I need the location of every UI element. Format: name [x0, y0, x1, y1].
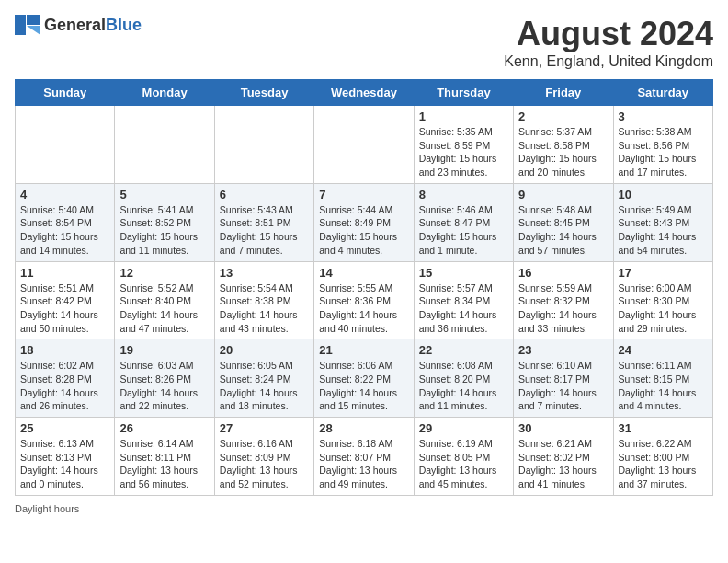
sunset: Sunset: 8:47 PM [419, 216, 508, 230]
table-row: 19 Sunrise: 6:03 AM Sunset: 8:26 PM Dayl… [115, 339, 214, 418]
sunset: Sunset: 8:52 PM [119, 216, 209, 230]
daylight: Daylight: 14 hours and 29 minutes. [619, 308, 708, 335]
day-number: 2 [518, 109, 608, 123]
day-number: 3 [619, 109, 708, 123]
table-row [16, 106, 115, 184]
day-info: Sunrise: 5:43 AM Sunset: 8:51 PM Dayligh… [220, 203, 309, 258]
day-info: Sunrise: 6:13 AM Sunset: 8:13 PM Dayligh… [20, 437, 109, 491]
daylight: Daylight: 15 hours and 20 minutes. [518, 152, 608, 178]
daylight: Daylight: 15 hours and 1 minute. [419, 230, 508, 257]
day-info: Sunrise: 5:41 AM Sunset: 8:52 PM Dayligh… [119, 203, 209, 258]
daylight: Daylight: 13 hours and 45 minutes. [419, 464, 508, 490]
month-year: August 2024 [504, 15, 713, 53]
sunset: Sunset: 8:26 PM [119, 373, 209, 386]
day-number: 13 [220, 266, 309, 280]
calendar-week-row: 18 Sunrise: 6:02 AM Sunset: 8:28 PM Dayl… [16, 339, 713, 418]
sunrise: Sunrise: 6:05 AM [220, 359, 309, 373]
table-row: 10 Sunrise: 5:49 AM Sunset: 8:43 PM Dayl… [613, 183, 712, 261]
logo-icon [15, 15, 40, 35]
sunset: Sunset: 8:24 PM [220, 373, 309, 386]
day-number: 14 [319, 266, 408, 280]
daylight-label: Daylight hours [15, 503, 79, 514]
day-info: Sunrise: 5:38 AM Sunset: 8:56 PM Dayligh… [619, 125, 708, 179]
calendar-week-row: 1 Sunrise: 5:35 AM Sunset: 8:59 PM Dayli… [16, 106, 713, 184]
sunrise: Sunrise: 5:57 AM [419, 282, 508, 295]
day-info: Sunrise: 5:51 AM Sunset: 8:42 PM Dayligh… [20, 282, 109, 336]
sunrise: Sunrise: 6:14 AM [119, 437, 209, 451]
day-number: 23 [518, 343, 608, 357]
daylight: Daylight: 14 hours and 7 minutes. [518, 386, 608, 413]
daylight: Daylight: 14 hours and 11 minutes. [419, 386, 508, 413]
col-monday: Monday [115, 80, 214, 106]
day-number: 11 [20, 266, 109, 280]
day-number: 25 [20, 421, 109, 435]
table-row: 31 Sunrise: 6:22 AM Sunset: 8:00 PM Dayl… [613, 418, 712, 496]
sunset: Sunset: 8:42 PM [20, 294, 109, 308]
day-number: 24 [619, 343, 708, 357]
svg-marker-2 [27, 26, 40, 35]
day-number: 9 [518, 188, 608, 201]
table-row: 8 Sunrise: 5:46 AM Sunset: 8:47 PM Dayli… [414, 183, 513, 261]
table-row: 24 Sunrise: 6:11 AM Sunset: 8:15 PM Dayl… [613, 339, 712, 418]
day-info: Sunrise: 6:19 AM Sunset: 8:05 PM Dayligh… [419, 437, 508, 491]
daylight: Daylight: 13 hours and 49 minutes. [319, 464, 408, 490]
sunset: Sunset: 8:22 PM [319, 373, 408, 386]
daylight: Daylight: 14 hours and 33 minutes. [518, 308, 608, 335]
sunrise: Sunrise: 6:10 AM [518, 359, 608, 373]
daylight: Daylight: 14 hours and 47 minutes. [119, 308, 209, 335]
daylight: Daylight: 14 hours and 43 minutes. [220, 308, 309, 335]
sunset: Sunset: 8:32 PM [518, 294, 608, 308]
daylight: Daylight: 14 hours and 36 minutes. [419, 308, 508, 335]
sunset: Sunset: 8:58 PM [518, 139, 608, 153]
sunset: Sunset: 8:15 PM [619, 373, 708, 386]
day-info: Sunrise: 6:14 AM Sunset: 8:11 PM Dayligh… [119, 437, 209, 491]
footer-note: Daylight hours [15, 503, 713, 514]
sunset: Sunset: 8:34 PM [419, 294, 508, 308]
daylight: Daylight: 13 hours and 52 minutes. [220, 464, 309, 490]
daylight: Daylight: 15 hours and 14 minutes. [20, 230, 109, 257]
table-row: 18 Sunrise: 6:02 AM Sunset: 8:28 PM Dayl… [16, 339, 115, 418]
day-number: 4 [20, 188, 109, 201]
sunset: Sunset: 8:49 PM [319, 216, 408, 230]
sunset: Sunset: 8:20 PM [419, 373, 508, 386]
daylight: Daylight: 14 hours and 57 minutes. [518, 230, 608, 257]
day-info: Sunrise: 6:11 AM Sunset: 8:15 PM Dayligh… [619, 359, 708, 413]
sunrise: Sunrise: 5:43 AM [220, 203, 309, 217]
sunrise: Sunrise: 5:51 AM [20, 282, 109, 295]
sunrise: Sunrise: 5:52 AM [119, 282, 209, 295]
day-number: 31 [619, 421, 708, 435]
day-number: 29 [419, 421, 508, 435]
sunrise: Sunrise: 5:40 AM [20, 203, 109, 217]
table-row: 4 Sunrise: 5:40 AM Sunset: 8:54 PM Dayli… [16, 183, 115, 261]
sunrise: Sunrise: 5:41 AM [119, 203, 209, 217]
day-number: 21 [319, 343, 408, 357]
table-row: 5 Sunrise: 5:41 AM Sunset: 8:52 PM Dayli… [115, 183, 214, 261]
day-number: 6 [220, 188, 309, 201]
logo-blue: Blue [106, 16, 142, 34]
table-row: 2 Sunrise: 5:37 AM Sunset: 8:58 PM Dayli… [514, 106, 613, 184]
sunrise: Sunrise: 6:02 AM [20, 359, 109, 373]
day-info: Sunrise: 5:40 AM Sunset: 8:54 PM Dayligh… [20, 203, 109, 258]
daylight: Daylight: 15 hours and 7 minutes. [220, 230, 309, 257]
day-number: 30 [518, 421, 608, 435]
table-row: 9 Sunrise: 5:48 AM Sunset: 8:45 PM Dayli… [514, 183, 613, 261]
daylight: Daylight: 13 hours and 56 minutes. [119, 464, 209, 490]
sunrise: Sunrise: 6:11 AM [619, 359, 708, 373]
sunset: Sunset: 8:30 PM [619, 294, 708, 308]
logo: GeneralBlue [15, 15, 142, 35]
day-info: Sunrise: 6:05 AM Sunset: 8:24 PM Dayligh… [220, 359, 309, 413]
sunrise: Sunrise: 5:38 AM [619, 125, 708, 139]
day-info: Sunrise: 5:35 AM Sunset: 8:59 PM Dayligh… [419, 125, 508, 179]
table-row [314, 106, 414, 184]
day-info: Sunrise: 5:54 AM Sunset: 8:38 PM Dayligh… [220, 282, 309, 336]
sunset: Sunset: 8:38 PM [220, 294, 309, 308]
sunset: Sunset: 8:28 PM [20, 373, 109, 386]
day-info: Sunrise: 5:52 AM Sunset: 8:40 PM Dayligh… [119, 282, 209, 336]
daylight: Daylight: 15 hours and 11 minutes. [119, 230, 209, 257]
day-info: Sunrise: 5:59 AM Sunset: 8:32 PM Dayligh… [518, 282, 608, 336]
sunset: Sunset: 8:05 PM [419, 451, 508, 465]
day-info: Sunrise: 5:57 AM Sunset: 8:34 PM Dayligh… [419, 282, 508, 336]
sunset: Sunset: 8:51 PM [220, 216, 309, 230]
day-number: 18 [20, 343, 109, 357]
sunset: Sunset: 8:36 PM [319, 294, 408, 308]
